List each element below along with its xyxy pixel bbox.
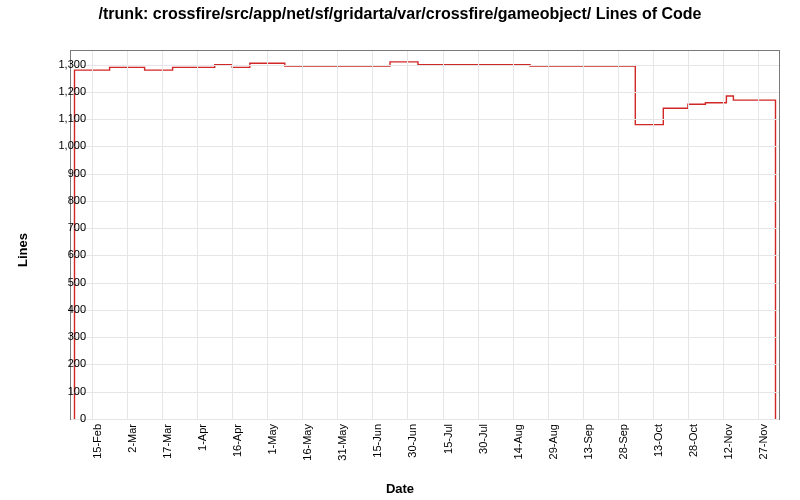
gridline-h xyxy=(71,255,779,256)
gridline-v xyxy=(653,51,654,419)
y-tick-label: 1,300 xyxy=(40,58,86,70)
gridline-h xyxy=(71,364,779,365)
gridline-v xyxy=(197,51,198,419)
x-axis-label: Date xyxy=(0,481,800,496)
chart-container: /trunk: crossfire/src/app/net/sf/gridart… xyxy=(0,0,800,500)
x-tick-label: 1-Apr xyxy=(196,424,208,451)
y-tick-label: 500 xyxy=(40,276,86,288)
x-tick-label: 13-Oct xyxy=(652,424,664,457)
gridline-v xyxy=(372,51,373,419)
x-tick-label: 12-Nov xyxy=(722,424,734,459)
y-tick-label: 200 xyxy=(40,357,86,369)
gridline-h xyxy=(71,310,779,311)
y-tick-label: 900 xyxy=(40,167,86,179)
x-tick-label: 15-Jun xyxy=(371,424,383,458)
gridline-v xyxy=(583,51,584,419)
x-tick-label: 16-May xyxy=(301,424,313,461)
gridline-h xyxy=(71,201,779,202)
y-tick-label: 400 xyxy=(40,303,86,315)
gridline-v xyxy=(127,51,128,419)
gridline-h xyxy=(71,174,779,175)
y-tick-label: 600 xyxy=(40,248,86,260)
y-tick-label: 1,000 xyxy=(40,139,86,151)
gridline-v xyxy=(688,51,689,419)
x-tick-label: 16-Apr xyxy=(231,424,243,457)
y-tick-label: 100 xyxy=(40,385,86,397)
y-tick-label: 0 xyxy=(40,412,86,424)
gridline-v xyxy=(162,51,163,419)
gridline-h xyxy=(71,337,779,338)
plot-area xyxy=(70,50,780,420)
x-tick-label: 28-Oct xyxy=(687,424,699,457)
y-tick-label: 300 xyxy=(40,330,86,342)
gridline-v xyxy=(302,51,303,419)
x-tick-label: 17-Mar xyxy=(161,424,173,459)
x-tick-label: 27-Nov xyxy=(757,424,769,459)
x-tick-label: 29-Aug xyxy=(547,424,559,459)
chart-title: /trunk: crossfire/src/app/net/sf/gridart… xyxy=(0,4,800,24)
gridline-v xyxy=(758,51,759,419)
y-tick-label: 1,200 xyxy=(40,85,86,97)
x-tick-label: 31-May xyxy=(336,424,348,461)
gridline-v xyxy=(92,51,93,419)
gridline-v xyxy=(407,51,408,419)
y-tick-label: 1,100 xyxy=(40,112,86,124)
x-tick-label: 15-Jul xyxy=(442,424,454,454)
gridline-v xyxy=(267,51,268,419)
gridline-v xyxy=(337,51,338,419)
gridline-h xyxy=(71,228,779,229)
gridline-v xyxy=(618,51,619,419)
gridline-v xyxy=(232,51,233,419)
y-axis-label: Lines xyxy=(15,233,30,267)
gridline-h xyxy=(71,392,779,393)
x-tick-label: 15-Feb xyxy=(91,424,103,459)
gridline-h xyxy=(71,419,779,420)
x-tick-label: 1-May xyxy=(266,424,278,455)
x-tick-label: 30-Jun xyxy=(406,424,418,458)
gridline-v xyxy=(723,51,724,419)
gridline-h xyxy=(71,146,779,147)
gridline-h xyxy=(71,92,779,93)
gridline-h xyxy=(71,283,779,284)
y-tick-label: 700 xyxy=(40,221,86,233)
gridline-h xyxy=(71,119,779,120)
gridline-v xyxy=(513,51,514,419)
y-tick-label: 800 xyxy=(40,194,86,206)
gridline-v xyxy=(548,51,549,419)
x-tick-label: 28-Sep xyxy=(617,424,629,459)
x-tick-label: 30-Jul xyxy=(477,424,489,454)
x-tick-label: 13-Sep xyxy=(582,424,594,459)
gridline-v xyxy=(443,51,444,419)
gridline-h xyxy=(71,65,779,66)
x-tick-label: 14-Aug xyxy=(512,424,524,459)
x-tick-label: 2-Mar xyxy=(126,424,138,453)
gridline-v xyxy=(478,51,479,419)
